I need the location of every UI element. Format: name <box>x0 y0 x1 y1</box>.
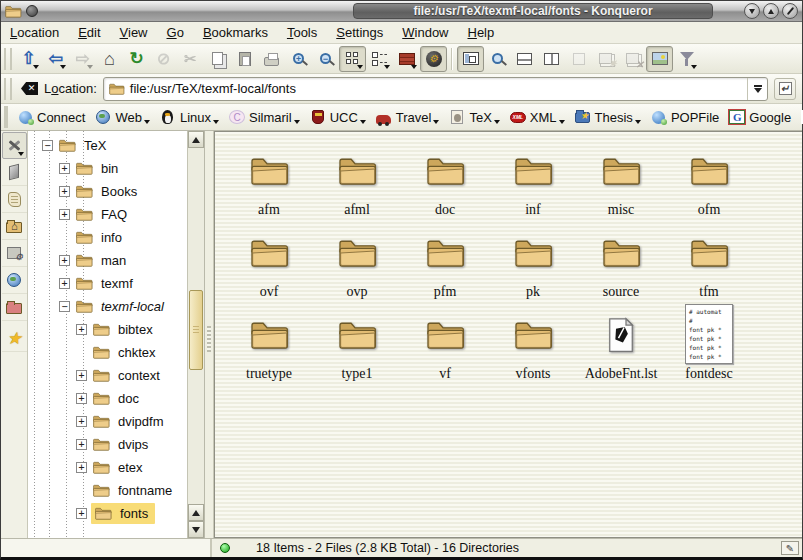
cut-button[interactable]: ✂ <box>177 46 204 72</box>
remove-view-button[interactable] <box>565 46 592 72</box>
split-top-bottom-button[interactable] <box>511 46 538 72</box>
close-button[interactable] <box>782 3 798 19</box>
file-item-afml[interactable]: afml <box>313 140 401 222</box>
stop-button[interactable]: ⊘ <box>150 46 177 72</box>
tree-item-dvipdfm[interactable]: +dvipdfm <box>28 410 187 433</box>
bookmark-web[interactable]: Web <box>91 107 154 127</box>
sidebar-bookmarks-button[interactable]: ★ <box>2 325 27 352</box>
file-item-ovp[interactable]: ovp <box>313 222 401 304</box>
paste-button[interactable] <box>231 46 258 72</box>
scroll-track[interactable] <box>188 148 204 504</box>
new-tab-button[interactable]: ✷ <box>592 46 619 72</box>
bookmark-wikipedia[interactable]: WWikipedia <box>797 108 803 127</box>
copy-button[interactable] <box>204 46 231 72</box>
scroll-thumb[interactable] <box>189 290 203 370</box>
resize-grip[interactable]: ✎ <box>781 541 799 555</box>
sidebar-history-button[interactable] <box>2 186 27 213</box>
sidebar-bookmark-flag-button[interactable] <box>2 159 27 186</box>
tree-expander[interactable]: + <box>59 278 70 289</box>
sticky-button[interactable] <box>26 5 38 17</box>
file-item-misc[interactable]: misc <box>577 140 665 222</box>
up-button[interactable]: ⇧ <box>15 46 42 72</box>
split-left-right-button[interactable] <box>538 46 565 72</box>
file-item-tfm[interactable]: tfm <box>665 222 753 304</box>
location-input[interactable]: file:/usr/TeX/texmf-local/fonts <box>103 77 768 101</box>
file-item-ovf[interactable]: ovf <box>225 222 313 304</box>
show-navigation-panel-button[interactable] <box>457 46 484 72</box>
sidebar-root-button[interactable] <box>2 294 27 321</box>
home-button[interactable]: ⌂ <box>96 46 123 72</box>
bookmark-travel[interactable]: Travel <box>372 107 444 127</box>
tree-item-bibtex[interactable]: +bibtex <box>28 318 187 341</box>
tree-expander[interactable]: + <box>76 393 87 404</box>
minimize-button[interactable] <box>744 3 760 19</box>
bookmark-linux[interactable]: Linux <box>156 107 223 127</box>
tree-expander[interactable]: + <box>76 439 87 450</box>
file-item-pk[interactable]: pk <box>489 222 577 304</box>
bookmark-ucc[interactable]: UCC <box>306 107 370 127</box>
tree-item-fonts-selected[interactable]: +fonts <box>28 502 187 525</box>
file-item-pfm[interactable]: pfm <box>401 222 489 304</box>
file-item-inf[interactable]: inf <box>489 140 577 222</box>
tree-expander[interactable]: − <box>42 140 53 151</box>
tree-item-books[interactable]: +Books <box>28 180 187 203</box>
clear-location-button[interactable]: ✕ <box>21 82 38 95</box>
menu-edit[interactable]: Edit <box>78 25 100 40</box>
preview-images-button[interactable] <box>646 46 673 72</box>
tree-expander[interactable]: + <box>76 462 87 473</box>
scroll-up-button-2[interactable] <box>188 504 204 521</box>
tree-expander[interactable]: + <box>59 186 70 197</box>
file-item-source[interactable]: source <box>577 222 665 304</box>
titlebar[interactable]: file:/usr/TeX/texmf-local/fonts - Konque… <box>1 1 802 22</box>
file-item-afm[interactable]: afm <box>225 140 313 222</box>
file-icon-view[interactable]: afm afml doc inf misc ofm ovf ovp pfm pk… <box>214 131 802 538</box>
bookmark-tex[interactable]: TeX <box>445 107 503 127</box>
tree-item-doc[interactable]: +doc <box>28 387 187 410</box>
menu-location[interactable]: Location <box>10 25 59 40</box>
filter-button[interactable] <box>673 46 700 72</box>
bookmark-connect[interactable]: Connect <box>13 107 89 127</box>
bricks-button[interactable] <box>393 46 420 72</box>
menu-go[interactable]: Go <box>167 25 184 40</box>
go-button[interactable]: ↵ <box>774 78 796 100</box>
icon-view-button[interactable] <box>339 46 366 72</box>
bookmark-thesis[interactable]: Thesis <box>571 107 645 127</box>
menu-window[interactable]: Window <box>402 25 448 40</box>
menu-view[interactable]: View <box>120 25 148 40</box>
menu-bookmarks[interactable]: Bookmarks <box>203 25 268 40</box>
zoom-out-button[interactable]: − <box>312 46 339 72</box>
panel-splitter[interactable] <box>205 131 214 538</box>
tree-expander[interactable]: + <box>59 163 70 174</box>
close-tab-button[interactable]: ✕ <box>619 46 646 72</box>
tree-expander[interactable]: + <box>59 209 70 220</box>
tree-item-tex[interactable]: −TeX <box>28 134 187 157</box>
menu-settings[interactable]: Settings <box>336 25 383 40</box>
file-item-ofm[interactable]: ofm <box>665 140 753 222</box>
file-item-vfonts[interactable]: vfonts <box>489 304 577 386</box>
tree-item-texmf-local[interactable]: −texmf-local <box>28 295 187 318</box>
bookmark-xml[interactable]: XMLXML <box>506 107 569 127</box>
scroll-down-button[interactable] <box>188 521 204 538</box>
file-item-truetype[interactable]: truetype <box>225 304 313 386</box>
tree-expander[interactable]: + <box>59 255 70 266</box>
forward-button[interactable]: ⇨ <box>69 46 96 72</box>
toolbar-drag-handle[interactable] <box>4 48 12 70</box>
konqueror-gear-button[interactable]: ⚙ <box>420 46 447 72</box>
tree-expander[interactable]: + <box>76 324 87 335</box>
tree-scrollbar[interactable] <box>187 131 204 538</box>
tree-item-fontname[interactable]: fontname <box>28 479 187 502</box>
tree-item-info[interactable]: info <box>28 226 187 249</box>
tree-item-dvips[interactable]: +dvips <box>28 433 187 456</box>
file-item-fontdesc[interactable]: # automat # font pk * font pk * font pk … <box>665 304 753 386</box>
tree-item-texmf[interactable]: +texmf <box>28 272 187 295</box>
maximize-button[interactable] <box>763 3 779 19</box>
bookmark-toolbar-handle[interactable] <box>4 106 8 128</box>
reload-button[interactable]: ↻ <box>123 46 150 72</box>
menu-help[interactable]: Help <box>468 25 495 40</box>
tree-expander[interactable]: + <box>76 370 87 381</box>
sidebar-network-button[interactable] <box>2 267 27 294</box>
tree-expander[interactable]: + <box>76 508 87 519</box>
back-button[interactable]: ⇦ <box>42 46 69 72</box>
window-menu-folder-icon[interactable] <box>4 4 22 19</box>
location-toolbar-handle[interactable] <box>4 78 12 100</box>
